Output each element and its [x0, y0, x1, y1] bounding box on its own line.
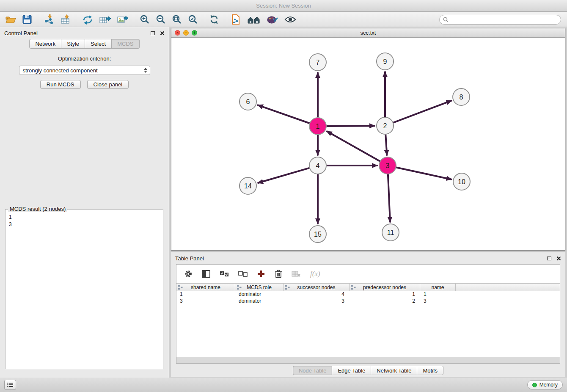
graph-edge-4-14[interactable] — [258, 168, 309, 183]
table-tabs: Node Table Edge Table Network Table Moti… — [171, 366, 565, 375]
graph-node-2[interactable]: 2 — [377, 117, 394, 134]
tab-network-table[interactable]: Network Table — [371, 366, 417, 375]
cell-name[interactable]: 3 — [420, 298, 456, 305]
graph-node-label: 3 — [386, 162, 390, 169]
add-row-icon[interactable] — [257, 270, 265, 278]
first-neighbors-icon[interactable] — [247, 15, 261, 24]
cell-shared-name[interactable]: 1 — [176, 291, 235, 298]
criterion-select[interactable]: strongly connected component — [19, 66, 150, 75]
list-icon — [7, 382, 13, 387]
network-window-title: scc.txt — [361, 30, 376, 36]
graph-edge-2-8[interactable] — [394, 101, 451, 123]
tab-style[interactable]: Style — [61, 39, 85, 49]
table-scrollbar[interactable] — [176, 357, 560, 364]
graph-edge-3-1[interactable] — [327, 131, 380, 161]
node-table-area: f(x) shared name MCDS role successor nod… — [176, 264, 560, 357]
graph-node-4[interactable]: 4 — [309, 157, 326, 174]
delete-row-icon[interactable] — [275, 270, 282, 278]
zoom-window-icon[interactable] — [192, 30, 197, 36]
control-panel-title: Control Panel — [4, 30, 38, 36]
export-table-icon[interactable] — [99, 14, 111, 25]
import-table-icon[interactable] — [60, 14, 71, 25]
column-header-name[interactable]: name — [420, 284, 456, 291]
graph-node-3[interactable]: 3 — [379, 157, 396, 174]
cell-mcds-role[interactable]: dominator — [235, 291, 284, 298]
save-icon[interactable] — [22, 14, 32, 25]
new-network-icon[interactable] — [82, 14, 93, 25]
zoom-out-icon[interactable] — [156, 14, 166, 25]
select-all-icon[interactable] — [220, 271, 229, 277]
graph-node-label: 7 — [316, 59, 320, 66]
graph-node-15[interactable]: 15 — [309, 226, 326, 243]
close-table-panel-icon[interactable] — [556, 256, 561, 261]
refresh-icon[interactable] — [209, 14, 219, 25]
import-group — [43, 14, 71, 25]
cell-predecessor-nodes[interactable]: 1 — [350, 291, 420, 298]
tab-motifs[interactable]: Motifs — [417, 366, 443, 375]
apply-style-icon[interactable] — [267, 15, 278, 24]
tab-edge-table[interactable]: Edge Table — [332, 366, 371, 375]
graph-node-9[interactable]: 9 — [377, 53, 394, 70]
refresh-group — [209, 14, 219, 25]
close-panel-button[interactable]: Close panel — [87, 80, 129, 89]
graph-edge-1-2[interactable] — [327, 126, 374, 126]
graph-node-11[interactable]: 11 — [382, 224, 399, 241]
open-icon[interactable] — [5, 14, 16, 25]
run-mcds-button[interactable]: Run MCDS — [40, 80, 81, 89]
cell-successor-nodes[interactable]: 4 — [284, 291, 350, 298]
graph-edge-3-11[interactable] — [388, 174, 390, 222]
column-select-icon[interactable] — [202, 270, 210, 278]
graph-node-6[interactable]: 6 — [239, 93, 256, 110]
settings-icon[interactable] — [184, 270, 193, 278]
tab-select[interactable]: Select — [85, 39, 112, 49]
cell-shared-name[interactable]: 3 — [176, 298, 235, 305]
close-window-icon[interactable] — [175, 30, 180, 36]
graph-edge-3-10[interactable] — [396, 168, 451, 179]
cell-mcds-role[interactable]: dominator — [235, 298, 284, 305]
mcds-result-box: MCDS result (2 nodes) 1 3 — [5, 209, 163, 369]
minimize-window-icon[interactable] — [183, 30, 189, 36]
mcds-result-line: 3 — [9, 221, 160, 228]
graph-node-7[interactable]: 7 — [309, 54, 326, 71]
memory-status-icon — [532, 383, 537, 387]
graph-edge-2-3[interactable] — [385, 135, 387, 155]
column-header-predecessor-nodes[interactable]: predecessor nodes — [350, 284, 420, 291]
column-header-successor-nodes[interactable]: successor nodes — [284, 284, 350, 291]
graph-node-14[interactable]: 14 — [239, 177, 256, 194]
graph-edge-1-6[interactable] — [258, 105, 310, 123]
network-view-window: scc.txt 7968124314101511 — [171, 28, 565, 251]
column-header-shared-name[interactable]: shared name — [176, 284, 235, 291]
status-bar: Memory — [0, 378, 567, 392]
control-panel-header: Control Panel — [0, 27, 169, 39]
cell-predecessor-nodes[interactable]: 2 — [350, 298, 420, 305]
search-icon — [443, 17, 449, 22]
memory-button[interactable]: Memory — [527, 380, 563, 389]
column-header-mcds-role[interactable]: MCDS role — [235, 284, 284, 291]
graph-node-8[interactable]: 8 — [453, 88, 470, 105]
deselect-all-icon[interactable] — [238, 271, 248, 277]
graph-node-label: 8 — [460, 94, 463, 101]
graph-node-10[interactable]: 10 — [453, 173, 470, 190]
style-document-icon[interactable] — [230, 14, 241, 25]
table-row[interactable]: 3 dominator 3 2 3 — [176, 298, 560, 305]
zoom-selected-icon[interactable] — [188, 14, 198, 25]
tab-mcds[interactable]: MCDS — [112, 39, 139, 49]
search-input[interactable] — [451, 17, 557, 22]
import-network-icon[interactable] — [43, 14, 54, 25]
graph-node-1[interactable]: 1 — [309, 118, 326, 135]
cell-successor-nodes[interactable]: 3 — [284, 298, 350, 305]
network-canvas[interactable]: 7968124314101511 — [171, 38, 565, 251]
tab-network[interactable]: Network — [29, 39, 61, 49]
float-table-panel-icon[interactable] — [547, 257, 551, 260]
tab-node-table[interactable]: Node Table — [293, 366, 333, 375]
zoom-fit-icon[interactable] — [172, 14, 182, 25]
export-image-icon[interactable] — [117, 14, 129, 25]
float-panel-icon[interactable] — [151, 31, 155, 35]
mcds-buttons: Run MCDS Close panel — [0, 80, 169, 89]
task-history-button[interactable] — [4, 380, 16, 390]
close-panel-icon[interactable] — [160, 31, 165, 36]
cell-name[interactable]: 1 — [420, 291, 456, 298]
zoom-in-icon[interactable] — [140, 14, 150, 25]
show-hide-icon[interactable] — [284, 15, 296, 24]
table-row[interactable]: 1 dominator 4 1 1 — [176, 291, 560, 298]
